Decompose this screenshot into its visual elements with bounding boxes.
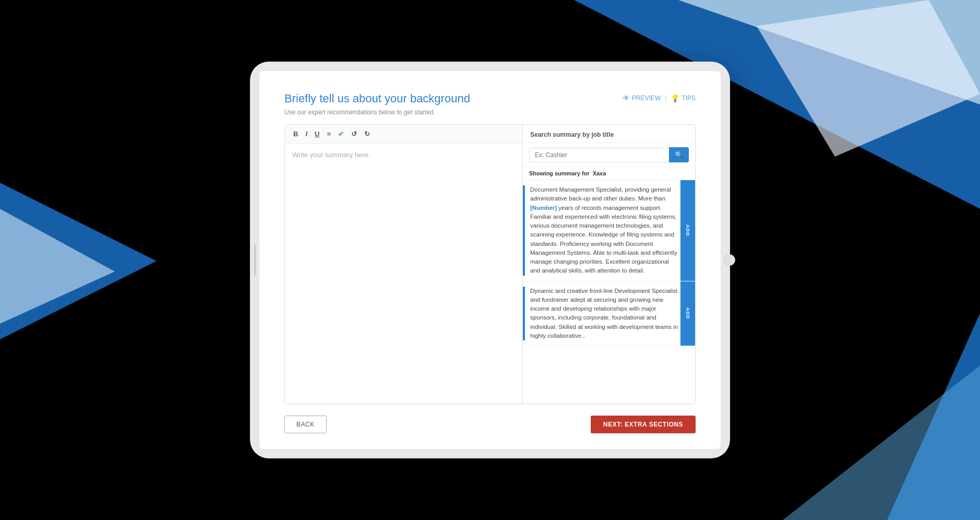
editor-toolbar: B I U ≡ ✔ ↺ ↻ <box>285 125 522 144</box>
editor-pane: B I U ≡ ✔ ↺ ↻ Write your summary here. <box>285 125 523 404</box>
back-button[interactable]: BACK <box>284 416 327 433</box>
showing-name: Xaxa <box>593 170 606 176</box>
svg-marker-5 <box>0 209 115 324</box>
list-item[interactable]: Dynamic and creative front-line Developm… <box>523 281 695 347</box>
editor-container: B I U ≡ ✔ ↺ ↻ Write your summary here. S… <box>284 124 696 404</box>
check-button[interactable]: ✔ <box>336 129 346 139</box>
italic-button[interactable]: I <box>303 129 309 139</box>
tips-button[interactable]: 💡 TIPS <box>671 94 696 102</box>
tablet-right-button <box>724 254 735 266</box>
highlight-number: [Number] <box>530 205 557 211</box>
underline-button[interactable]: U <box>313 129 321 139</box>
next-button[interactable]: NEXT: EXTRA SECTIONS <box>591 416 696 433</box>
showing-label: Showing summary for Xaxa <box>523 167 695 180</box>
header-divider: | <box>665 94 666 102</box>
job-title-search-input[interactable] <box>529 148 669 162</box>
tablet-scroll-bar <box>254 244 256 276</box>
svg-marker-3 <box>783 365 980 520</box>
svg-marker-6 <box>757 0 980 157</box>
footer-row: BACK NEXT: EXTRA SECTIONS <box>284 416 696 433</box>
suggestion-text: Document Management Specialist, providin… <box>530 185 695 276</box>
redo-button[interactable]: ↻ <box>362 129 372 139</box>
svg-marker-2 <box>887 313 980 520</box>
search-button[interactable]: 🔍 <box>669 147 689 162</box>
header-row: Briefly tell us about your background 👁 … <box>284 92 696 105</box>
undo-button[interactable]: ↺ <box>349 129 359 139</box>
search-row: 🔍 <box>523 143 695 167</box>
page-subtitle: Use our expert recommendations below to … <box>284 109 696 116</box>
header-actions: 👁 PREVIEW | 💡 TIPS <box>623 94 696 102</box>
page-title: Briefly tell us about your background <box>284 92 470 105</box>
add-button-2[interactable]: ADD <box>680 281 695 346</box>
suggestions-pane: Search summary by job title 🔍 Showing su… <box>523 125 695 404</box>
list-item[interactable]: Document Management Specialist, providin… <box>523 180 695 281</box>
suggestion-accent <box>523 185 525 276</box>
eye-icon: 👁 <box>623 94 630 102</box>
suggestions-list[interactable]: Document Management Specialist, providin… <box>523 180 695 404</box>
tablet-device: Briefly tell us about your background 👁 … <box>250 62 730 458</box>
editor-body[interactable]: Write your summary here. <box>285 144 522 404</box>
add-button-1[interactable]: ADD <box>680 180 695 281</box>
bold-button[interactable]: B <box>291 129 300 139</box>
editor-placeholder: Write your summary here. <box>292 151 370 159</box>
list-button[interactable]: ≡ <box>325 129 333 139</box>
suggestions-header: Search summary by job title <box>523 125 695 143</box>
svg-marker-4 <box>0 183 157 339</box>
suggestion-text: Dynamic and creative front-line Developm… <box>530 287 695 341</box>
preview-button[interactable]: 👁 PREVIEW <box>623 94 661 102</box>
lightbulb-icon: 💡 <box>671 94 679 102</box>
suggestion-accent <box>523 287 525 341</box>
tablet-screen: Briefly tell us about your background 👁 … <box>259 71 721 449</box>
